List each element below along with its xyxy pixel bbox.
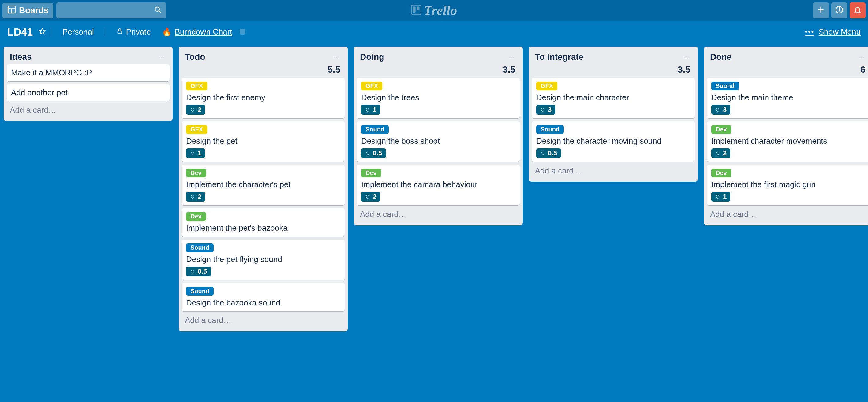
card-title: Implement the character's pet <box>186 180 340 189</box>
divider <box>99 27 111 36</box>
bulb-icon <box>715 107 720 112</box>
card-title: Design the first enemy <box>186 93 340 102</box>
card-title: Add another pet <box>11 88 165 97</box>
points-badge: 1 <box>711 192 730 202</box>
svg-point-3 <box>155 7 159 11</box>
cards-container: GFXDesign the trees1SoundDesign the boss… <box>357 78 520 205</box>
list-title[interactable]: To integrate <box>535 52 683 62</box>
points-value: 1 <box>723 193 726 201</box>
points-badge: 0.5 <box>361 148 386 158</box>
bell-icon <box>854 6 862 15</box>
card[interactable]: SoundDesign the boss shoot0.5 <box>357 121 520 162</box>
points-value: 0.5 <box>198 267 207 276</box>
card-title: Implement the first magic gun <box>711 180 866 189</box>
list-total: 3.5 <box>532 64 695 78</box>
card-title: Implement the pet's bazooka <box>186 223 340 233</box>
card[interactable]: GFXDesign the trees1 <box>357 78 520 118</box>
list-menu-button[interactable]: … <box>507 52 517 60</box>
points-value: 0.5 <box>373 149 382 157</box>
bulb-icon <box>190 269 195 274</box>
card-title: Design the pet flying sound <box>186 255 340 264</box>
list-title[interactable]: Done <box>710 52 858 62</box>
create-button[interactable] <box>813 2 829 19</box>
card-title: Design the main character <box>536 93 690 102</box>
add-card-button[interactable]: Add a card… <box>182 311 345 328</box>
powerup-burndown[interactable]: 🔥 Burndown Chart <box>156 27 251 37</box>
card[interactable]: DevImplement the first magic gun1 <box>707 165 868 205</box>
cards-container: Make it a MMORPG :PAdd another pet <box>7 64 169 101</box>
board-canvas: Ideas…Make it a MMORPG :PAdd another pet… <box>0 43 868 331</box>
points-badge: 2 <box>711 148 730 158</box>
card[interactable]: DevImplement the camara behaviour2 <box>357 165 520 205</box>
visibility-button[interactable]: Private <box>111 27 156 37</box>
card[interactable]: DevImplement character movements2 <box>707 121 868 162</box>
info-button[interactable] <box>831 2 847 19</box>
bulb-icon <box>365 194 370 199</box>
list-menu-button[interactable]: … <box>858 52 867 60</box>
svg-rect-5 <box>411 5 421 15</box>
card[interactable]: Add another pet <box>7 84 169 101</box>
card[interactable]: GFXDesign the main character3 <box>532 78 695 118</box>
card[interactable]: SoundDesign the main theme3 <box>707 78 868 118</box>
add-card-button[interactable]: Add a card… <box>357 205 520 222</box>
card[interactable]: DevImplement the pet's bazooka <box>182 208 345 236</box>
points-value: 2 <box>373 193 376 201</box>
fire-icon: 🔥 <box>162 27 172 37</box>
bulb-icon <box>190 150 195 156</box>
sound-label: Sound <box>186 243 214 252</box>
card[interactable]: Make it a MMORPG :P <box>7 64 169 81</box>
add-card-button[interactable]: Add a card… <box>707 205 868 222</box>
card[interactable]: SoundDesign the pet flying sound0.5 <box>182 239 345 280</box>
points-badge: 0.5 <box>186 266 211 277</box>
team-button[interactable]: Personal <box>57 27 99 37</box>
powerup-label: Burndown Chart <box>175 27 232 37</box>
points-value: 0.5 <box>548 149 557 157</box>
card[interactable]: GFXDesign the pet1 <box>182 121 345 162</box>
card-title: Design the character moving sound <box>536 136 690 146</box>
list-title[interactable]: Ideas <box>10 52 157 62</box>
list-title[interactable]: Doing <box>360 52 507 62</box>
bulb-icon <box>715 150 720 156</box>
card-title: Make it a MMORPG :P <box>11 68 165 78</box>
card[interactable]: SoundDesign the bazooka sound <box>182 283 345 311</box>
list-header: To integrate… <box>532 51 695 64</box>
bulb-icon <box>715 194 720 199</box>
list-total: 3.5 <box>357 64 520 78</box>
visibility-label: Private <box>126 27 151 37</box>
search-input[interactable] <box>56 2 166 19</box>
list-menu-button[interactable]: … <box>332 52 342 60</box>
list-total: 5.5 <box>182 64 345 78</box>
add-card-button[interactable]: Add a card… <box>7 101 169 118</box>
show-menu-button[interactable]: ••• Show Menu <box>805 27 861 37</box>
notifications-button[interactable] <box>850 2 866 19</box>
list-menu-button[interactable]: … <box>683 52 692 60</box>
app-header: Boards Trello <box>0 0 868 21</box>
trello-logo[interactable]: Trello <box>411 3 457 19</box>
logo-icon <box>411 3 422 19</box>
cards-container: GFXDesign the main character3SoundDesign… <box>532 78 695 162</box>
add-card-button[interactable]: Add a card… <box>532 162 695 179</box>
card-title: Design the main theme <box>711 93 866 102</box>
board-name[interactable]: LD41 <box>7 26 33 38</box>
list-title[interactable]: Todo <box>185 52 332 62</box>
bulb-icon <box>365 107 370 112</box>
points-value: 1 <box>373 106 376 114</box>
points-badge: 2 <box>186 192 205 202</box>
list-header: Ideas… <box>7 51 169 64</box>
show-menu-label: Show Menu <box>819 27 861 37</box>
points-value: 1 <box>198 149 202 157</box>
cards-container: SoundDesign the main theme3DevImplement … <box>707 78 868 205</box>
header-left: Boards <box>2 2 166 19</box>
boards-button[interactable]: Boards <box>2 3 53 19</box>
card-title: Design the bazooka sound <box>186 298 340 308</box>
info-icon <box>835 6 843 15</box>
list-header: Done… <box>707 51 868 64</box>
card[interactable]: GFXDesign the first enemy2 <box>182 78 345 118</box>
points-badge: 3 <box>711 105 730 115</box>
points-value: 3 <box>723 106 726 114</box>
card[interactable]: DevImplement the character's pet2 <box>182 165 345 205</box>
star-button[interactable] <box>39 28 45 36</box>
card[interactable]: SoundDesign the character moving sound0.… <box>532 121 695 162</box>
gfx-label: GFX <box>186 82 207 90</box>
list-menu-button[interactable]: … <box>157 52 166 60</box>
